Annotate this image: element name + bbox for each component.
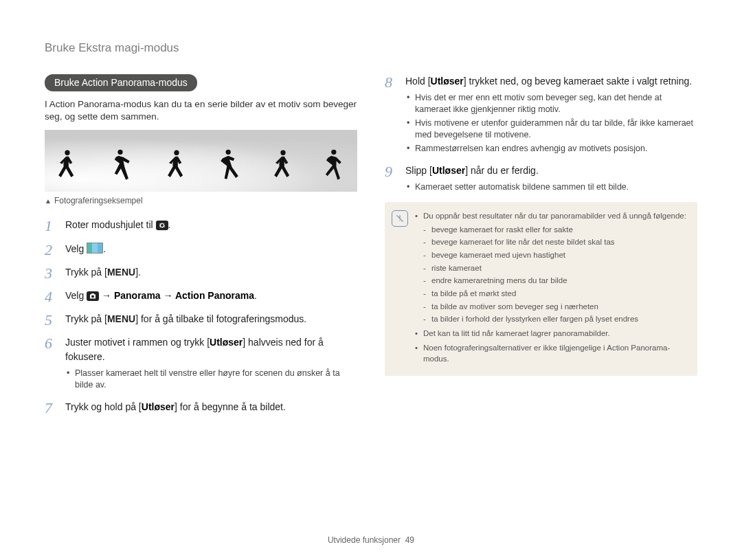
step-item: 8Hold [Utløser] trykket ned, og beveg ka… xyxy=(385,74,697,157)
camera-icon xyxy=(87,291,99,301)
note-inner-item: bevege kameraet for raskt eller for sakt… xyxy=(423,224,688,236)
step-number: 8 xyxy=(385,74,397,157)
sub-bullet: Kameraet setter automatisk bildene samme… xyxy=(405,181,697,193)
note-tail-item: Noen fotograferingsalternativer er ikke … xyxy=(415,342,688,365)
illustration-caption: ▲Fotograferingseksempel xyxy=(45,196,357,205)
step-item: 5Trykk på [MENU] for å gå tilbake til fo… xyxy=(45,312,357,328)
note-inner-item: ta bilder i forhold der lysstyrken eller… xyxy=(423,313,688,325)
section-title-pill: Bruke Action Panorama-modus xyxy=(45,74,197,91)
note-lead: Du oppnår best resultater når du tar pan… xyxy=(415,210,688,325)
mode-dial-icon xyxy=(156,221,168,230)
step-item: 1Roter modushjulet til . xyxy=(45,218,357,234)
step-item: 3Trykk på [MENU]. xyxy=(45,265,357,282)
step-body: Hold [Utløser] trykket ned, og beveg kam… xyxy=(405,74,697,157)
panorama-thumbnail-icon xyxy=(87,243,103,254)
intro-text: I Action Panorama-modus kan du ta en ser… xyxy=(45,98,357,123)
menu-label: MENU xyxy=(107,267,135,278)
caption-text: Fotograferingseksempel xyxy=(54,196,143,205)
step-body: Juster motivet i rammen og trykk [Utløse… xyxy=(65,335,357,392)
step-number: 5 xyxy=(45,312,57,328)
sub-bullet: Plasser kameraet helt til venstre eller … xyxy=(65,368,357,391)
sub-bullet: Hvis motivene er utenfor guiderammen når… xyxy=(405,117,697,141)
step-body: Trykk på [MENU] for å gå tilbake til fot… xyxy=(65,312,357,328)
page-footer: Utvidede funksjoner 49 xyxy=(0,535,742,545)
sub-bullet: Hvis det er mer enn ett motiv som bevege… xyxy=(405,92,697,115)
sub-bullet: Rammestørrelsen kan endres avhengig av m… xyxy=(405,143,697,155)
step-item: 6Juster motivet i rammen og trykk [Utløs… xyxy=(45,335,357,392)
step-number: 4 xyxy=(45,289,57,305)
note-icon xyxy=(392,210,408,227)
breadcrumb: Bruke Ekstra magi-modus xyxy=(45,41,697,55)
step-body: Trykk på [MENU]. xyxy=(65,265,357,282)
step-number: 3 xyxy=(45,265,57,282)
step-item: 7Trykk og hold på [Utløser] for å begynn… xyxy=(45,400,357,416)
step-body: Trykk og hold på [Utløser] for å begynne… xyxy=(65,400,357,416)
note-inner-item: endre kameraretning mens du tar bilde xyxy=(423,275,688,287)
step-body: Velg . xyxy=(65,242,357,258)
right-column: 8Hold [Utløser] trykket ned, og beveg ka… xyxy=(385,74,697,423)
step-body: Roter modushjulet til . xyxy=(65,218,357,234)
menu-label: MENU xyxy=(107,313,135,324)
panorama-illustration xyxy=(45,130,357,192)
step-number: 9 xyxy=(385,164,397,195)
step-number: 6 xyxy=(45,335,57,392)
note-inner-item: riste kameraet xyxy=(423,262,688,274)
caption-marker-icon: ▲ xyxy=(45,197,52,205)
steps-list-left: 1Roter modushjulet til .2Velg .3Trykk på… xyxy=(45,218,357,416)
note-tail-item: Det kan ta litt tid når kameraet lagrer … xyxy=(415,328,688,339)
step-body: Slipp [Utløser] når du er ferdig.Kamerae… xyxy=(405,164,697,195)
step-item: 2Velg . xyxy=(45,242,357,258)
step-sub-bullets: Hvis det er mer enn ett motiv som bevege… xyxy=(405,92,697,154)
note-box: Du oppnår best resultater når du tar pan… xyxy=(385,202,697,376)
footer-label: Utvidede funksjoner xyxy=(328,535,401,545)
step-number: 1 xyxy=(45,218,57,234)
step-sub-bullets: Kameraet setter automatisk bildene samme… xyxy=(405,181,697,193)
step-number: 7 xyxy=(45,400,57,416)
step-item: 9Slipp [Utløser] når du er ferdig.Kamera… xyxy=(385,164,697,195)
step-item: 4Velg → Panorama → Action Panorama. xyxy=(45,289,357,305)
left-column: Bruke Action Panorama-modus I Action Pan… xyxy=(45,74,357,423)
step-sub-bullets: Plasser kameraet helt til venstre eller … xyxy=(65,368,357,391)
note-inner-item: ta bilde på et mørkt sted xyxy=(423,288,688,300)
step-number: 2 xyxy=(45,242,57,258)
note-inner-item: bevege kameraet for lite når det neste b… xyxy=(423,236,688,248)
step-body: Velg → Panorama → Action Panorama. xyxy=(65,289,357,305)
steps-list-right: 8Hold [Utløser] trykket ned, og beveg ka… xyxy=(385,74,697,195)
note-inner-item: bevege kameraet med ujevn hastighet xyxy=(423,249,688,261)
note-inner-item: ta bilde av motiver som beveger seg i næ… xyxy=(423,301,688,313)
footer-page-number: 49 xyxy=(405,535,414,545)
